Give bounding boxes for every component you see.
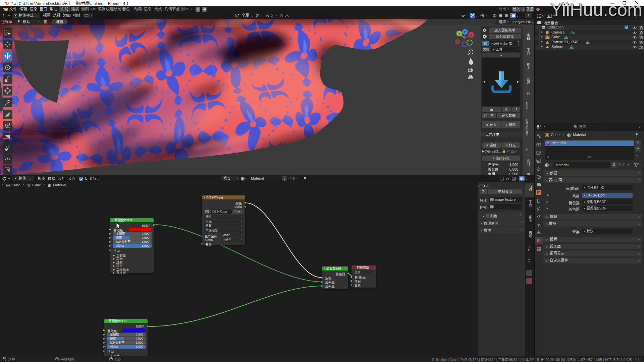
svg-text:X: X [470, 34, 472, 37]
svg-text:Y: Y [458, 32, 460, 36]
svg-text:Z: Z [464, 31, 466, 34]
